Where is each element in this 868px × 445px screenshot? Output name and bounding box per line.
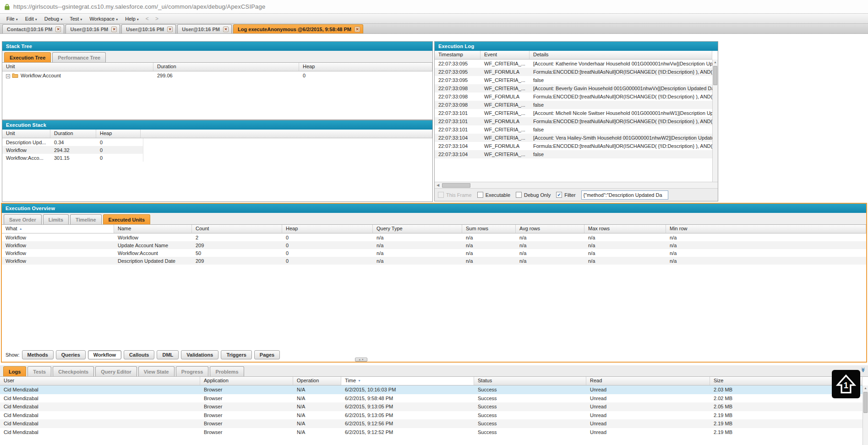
scrollbar-thumb[interactable]	[442, 183, 470, 188]
tab-logs[interactable]: Logs	[3, 366, 26, 376]
vertical-scrollbar[interactable]: ▲	[863, 385, 868, 445]
column-header-heap[interactable]: Heap	[299, 63, 432, 71]
column-header-application[interactable]: Application	[200, 377, 293, 385]
show-callouts-button[interactable]: Callouts	[124, 350, 154, 359]
filter-checkbox[interactable]	[556, 192, 562, 198]
close-icon[interactable]: ✕	[55, 27, 61, 32]
table-row[interactable]: Workflow Description Updated Date 209 0 …	[2, 257, 866, 265]
column-header-unit[interactable]: Unit	[2, 130, 50, 138]
menu-debug[interactable]: Debug▾	[41, 15, 66, 22]
filter-input[interactable]	[581, 190, 668, 200]
expand-icon[interactable]	[6, 74, 10, 78]
table-row[interactable]: Workflow Workflow 2 0 n/a n/a n/a n/a n/…	[2, 233, 866, 241]
tab-performance-tree[interactable]: Performance Tree	[52, 52, 106, 62]
tab-timeline[interactable]: Timeline	[70, 214, 101, 224]
log-event-row[interactable]: 22:07:33:104 WF_CRITERIA_... false	[435, 150, 712, 158]
tab-user-3[interactable]: User@10:16 PM✕	[177, 24, 232, 33]
log-event-row[interactable]: 22:07:33:104 WF_FORMULA Formula:ENCODED:…	[435, 142, 712, 150]
column-header-read[interactable]: Read	[586, 377, 710, 385]
log-file-row[interactable]: Cid Mendizabal Browser N/A 6/2/2015, 9:1…	[0, 411, 863, 420]
column-header-duration[interactable]: Duration	[50, 130, 96, 138]
close-icon[interactable]: ✕	[223, 27, 229, 32]
splitter-collapse-handle[interactable]	[355, 358, 367, 362]
debug-only-checkbox[interactable]	[516, 192, 522, 198]
column-header-name[interactable]: Name	[114, 225, 192, 233]
log-file-row[interactable]: Cid Mendizabal Browser N/A 6/2/2015, 9:1…	[0, 428, 863, 437]
collapse-panel-icon[interactable]	[860, 367, 866, 373]
log-event-row[interactable]: 22:07:33:095 WF_CRITERIA_... false	[435, 76, 712, 84]
tab-execution-tree[interactable]: Execution Tree	[4, 52, 51, 62]
column-header-user[interactable]: User	[0, 377, 200, 385]
tab-user-1[interactable]: User@10:16 PM✕	[66, 24, 120, 33]
tab-contact[interactable]: Contact@10:16 PM✕	[2, 24, 64, 33]
log-event-row[interactable]: 22:07:33:098 WF_CRITERIA_... [Account: B…	[435, 84, 712, 92]
column-header-count[interactable]: Count	[192, 225, 282, 233]
scrollbar-thumb[interactable]	[713, 66, 717, 85]
tab-query-editor[interactable]: Query Editor	[95, 366, 137, 376]
column-header-details[interactable]: Details	[530, 51, 712, 59]
column-header-min-row[interactable]: Min row	[666, 225, 866, 233]
show-methods-button[interactable]: Methods	[22, 350, 54, 359]
tab-limits[interactable]: Limits	[43, 214, 69, 224]
column-header-status[interactable]: Status	[474, 377, 586, 385]
nav-back-icon[interactable]: <	[142, 16, 152, 22]
show-queries-button[interactable]: Queries	[56, 350, 86, 359]
column-header-avg-rows[interactable]: Avg rows	[516, 225, 584, 233]
nav-forward-icon[interactable]: >	[152, 16, 162, 22]
show-dml-button[interactable]: DML	[157, 350, 179, 359]
show-triggers-button[interactable]: Triggers	[221, 350, 251, 359]
column-header-duration[interactable]: Duration	[153, 63, 299, 71]
column-header-query-type[interactable]: Query Type	[373, 225, 462, 233]
tab-problems[interactable]: Problems	[210, 366, 244, 376]
log-file-row[interactable]: Cid Mendizabal Browser N/A 6/2/2015, 9:1…	[0, 419, 863, 428]
column-header-operation[interactable]: Operation	[293, 377, 341, 385]
url-text[interactable]: https://girlscouts--gsintegrat.cs10.my.s…	[13, 3, 265, 10]
close-icon[interactable]: ✕	[111, 27, 117, 32]
scroll-up-icon[interactable]: ▲	[713, 60, 718, 64]
show-pages-button[interactable]: Pages	[254, 350, 280, 359]
tab-view-state[interactable]: View State	[138, 366, 175, 376]
log-file-row[interactable]: Cid Mendizabal Browser N/A 6/2/2015, 9:1…	[0, 402, 863, 411]
tab-progress[interactable]: Progress	[176, 366, 209, 376]
executable-checkbox[interactable]	[477, 192, 483, 198]
log-event-row[interactable]: 22:07:33:101 WF_CRITERIA_... [Account: M…	[435, 109, 712, 117]
log-event-row[interactable]: 22:07:33:104 WF_CRITERIA_... [Account: V…	[435, 134, 712, 142]
tab-log-execute-anonymous[interactable]: Log executeAnonymous @6/2/2015, 9:58:48 …	[233, 24, 363, 33]
close-icon[interactable]: ✕	[355, 27, 360, 32]
close-icon[interactable]: ✕	[167, 27, 173, 32]
tab-user-2[interactable]: User@10:16 PM✕	[121, 24, 176, 33]
table-row[interactable]: Workflow Update Account Name 209 0 n/a n…	[2, 241, 866, 249]
log-file-row[interactable]: Cid Mendizabal Browser N/A 6/2/2015, 9:5…	[0, 394, 863, 403]
show-workflow-button[interactable]: Workflow	[88, 350, 121, 359]
column-header-max-rows[interactable]: Max rows	[584, 225, 666, 233]
show-validations-button[interactable]: Validations	[181, 350, 218, 359]
menu-file[interactable]: File▾	[3, 15, 22, 22]
column-header-sum-rows[interactable]: Sum rows	[462, 225, 516, 233]
column-header-what[interactable]: What▲	[2, 225, 114, 233]
table-row[interactable]: Workflow 294.32 0	[2, 146, 143, 154]
vertical-scrollbar[interactable]: ▲	[712, 60, 718, 182]
log-event-row[interactable]: 22:07:33:098 WF_CRITERIA_... false	[435, 101, 712, 109]
log-file-row[interactable]: Cid Mendizabal Browser N/A 6/2/2015, 10:…	[0, 385, 863, 394]
tab-checkpoints[interactable]: Checkpoints	[53, 366, 94, 376]
tab-executed-units[interactable]: Executed Units	[103, 214, 150, 224]
column-header-unit[interactable]: Unit	[2, 63, 153, 71]
column-header-timestamp[interactable]: Timestamp	[435, 51, 480, 59]
menu-test[interactable]: Test▾	[66, 15, 86, 22]
menu-edit[interactable]: Edit▾	[22, 15, 41, 22]
tab-tests[interactable]: Tests	[27, 366, 51, 376]
log-event-row[interactable]: 22:07:33:101 WF_CRITERIA_... false	[435, 125, 712, 134]
log-event-row[interactable]: 22:07:33:095 WF_FORMULA Formula:ENCODED:…	[435, 68, 712, 76]
column-header-heap[interactable]: Heap	[282, 225, 373, 233]
tree-row[interactable]: Workflow:Account 299.06 0	[2, 71, 432, 79]
scroll-up-icon[interactable]: ▲	[863, 385, 868, 390]
table-row[interactable]: Workflow Workflow:Account 50 0 n/a n/a n…	[2, 249, 866, 257]
table-row[interactable]: Workflow:Acco... 301.15 0	[2, 154, 143, 162]
table-row[interactable]: Description Upd... 0.34 0	[2, 138, 143, 146]
column-header-time[interactable]: Time▼	[341, 377, 474, 385]
column-header-heap[interactable]: Heap	[96, 130, 141, 138]
log-event-row[interactable]: 22:07:33:101 WF_FORMULA Formula:ENCODED:…	[435, 117, 712, 125]
menu-help[interactable]: Help▾	[121, 15, 142, 22]
log-event-row[interactable]: 22:07:33:098 WF_FORMULA Formula:ENCODED:…	[435, 92, 712, 101]
menu-workspace[interactable]: Workspace▾	[86, 15, 121, 22]
